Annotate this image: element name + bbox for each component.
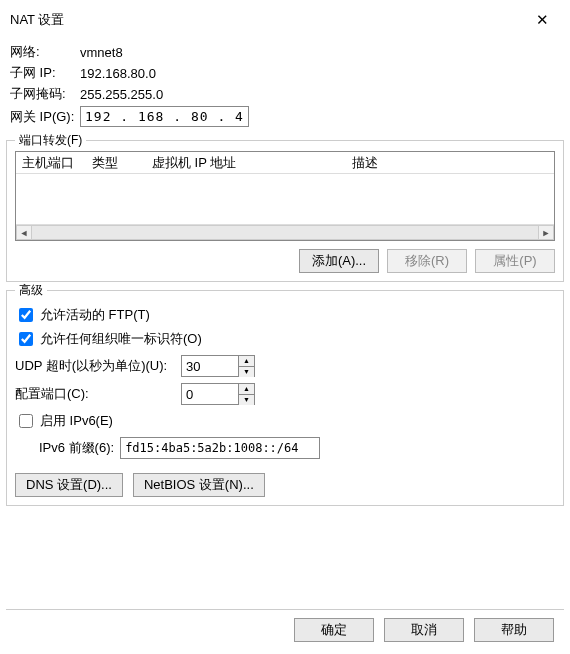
help-button[interactable]: 帮助 [474,618,554,642]
port-forward-group: 端口转发(F) 主机端口 类型 虚拟机 IP 地址 描述 ◄ ► 添加(A)..… [6,140,564,282]
subnet-mask-label: 子网掩码: [10,85,80,103]
spin-up-icon[interactable]: ▲ [239,356,254,367]
network-value: vmnet8 [80,45,123,60]
netbios-settings-button[interactable]: NetBIOS 设置(N)... [133,473,265,497]
dns-settings-button[interactable]: DNS 设置(D)... [15,473,123,497]
config-port-spinner[interactable]: ▲▼ [181,383,255,405]
allow-any-org-checkbox[interactable]: 允许任何组织唯一标识符(O) [15,329,555,349]
network-info: 网络: vmnet8 子网 IP: 192.168.80.0 子网掩码: 255… [0,38,570,132]
window-title: NAT 设置 [10,11,64,29]
scroll-right-icon[interactable]: ► [538,225,554,240]
remove-button: 移除(R) [387,249,467,273]
spin-down-icon[interactable]: ▼ [239,367,254,377]
scroll-left-icon[interactable]: ◄ [16,225,32,240]
advanced-group: 高级 允许活动的 FTP(T) 允许任何组织唯一标识符(O) UDP 超时(以秒… [6,290,564,506]
allow-ftp-label: 允许活动的 FTP(T) [40,306,150,324]
title-bar: NAT 设置 ✕ [0,0,570,38]
gateway-label: 网关 IP(G): [10,108,80,126]
col-type[interactable]: 类型 [86,152,146,174]
ipv6-prefix-label: IPv6 前缀(6): [39,439,114,457]
col-desc[interactable]: 描述 [346,152,554,174]
dialog-footer: 确定 取消 帮助 [6,609,564,650]
horizontal-scrollbar[interactable]: ◄ ► [16,224,554,240]
col-host-port[interactable]: 主机端口 [16,152,86,174]
udp-timeout-input[interactable] [182,356,238,376]
enable-ipv6-label: 启用 IPv6(E) [40,412,113,430]
port-forward-table[interactable]: 主机端口 类型 虚拟机 IP 地址 描述 ◄ ► [15,151,555,241]
allow-any-org-label: 允许任何组织唯一标识符(O) [40,330,202,348]
udp-timeout-label: UDP 超时(以秒为单位)(U): [15,357,175,375]
network-label: 网络: [10,43,80,61]
gateway-input[interactable]: 192 . 168 . 80 . 4 [80,106,249,127]
subnet-mask-value: 255.255.255.0 [80,87,163,102]
properties-button: 属性(P) [475,249,555,273]
port-forward-title: 端口转发(F) [15,132,86,149]
cancel-button[interactable]: 取消 [384,618,464,642]
enable-ipv6-checkbox[interactable]: 启用 IPv6(E) [15,411,555,431]
allow-ftp-checkbox[interactable]: 允许活动的 FTP(T) [15,305,555,325]
ipv6-prefix-input[interactable] [120,437,320,459]
spin-up-icon[interactable]: ▲ [239,384,254,395]
config-port-input[interactable] [182,384,238,404]
allow-ftp-input[interactable] [19,308,33,322]
ok-button[interactable]: 确定 [294,618,374,642]
advanced-title: 高级 [15,282,47,299]
add-button[interactable]: 添加(A)... [299,249,379,273]
spin-down-icon[interactable]: ▼ [239,395,254,405]
config-port-label: 配置端口(C): [15,385,175,403]
scroll-track[interactable] [32,225,538,240]
udp-timeout-spinner[interactable]: ▲▼ [181,355,255,377]
table-header: 主机端口 类型 虚拟机 IP 地址 描述 [16,152,554,174]
subnet-ip-label: 子网 IP: [10,64,80,82]
allow-any-org-input[interactable] [19,332,33,346]
col-vm-ip[interactable]: 虚拟机 IP 地址 [146,152,346,174]
close-icon[interactable]: ✕ [524,8,560,32]
subnet-ip-value: 192.168.80.0 [80,66,156,81]
enable-ipv6-input[interactable] [19,414,33,428]
